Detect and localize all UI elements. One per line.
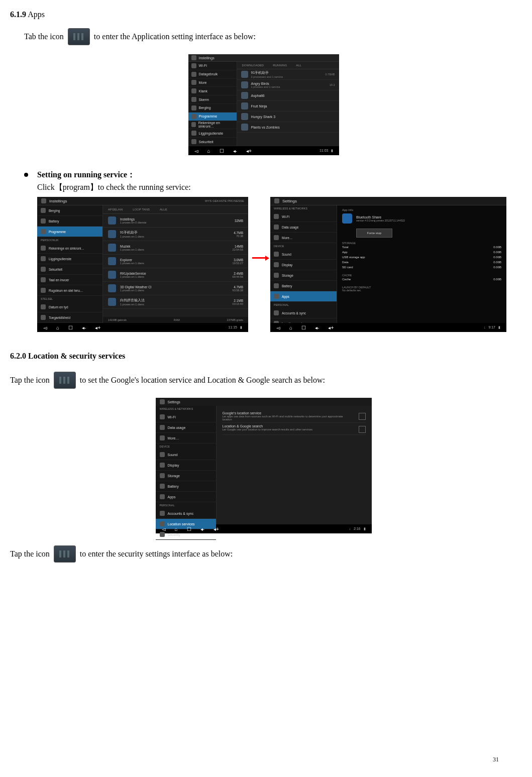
post-text: to enter the Application setting interfa…	[94, 31, 256, 42]
line-security-icon: Tap the icon to enter the security setti…	[10, 545, 517, 563]
sidebar-item[interactable]: Apps	[270, 291, 337, 302]
vol-down-icon[interactable]: ◂-	[233, 148, 237, 154]
option-row[interactable]: Google's location serviceLet apps use da…	[223, 410, 366, 423]
wifi-icon: ▮	[331, 149, 333, 153]
sidebar-item[interactable]: Display	[270, 260, 337, 270]
app-row[interactable]: RKUpdateService1 proses en 1 diens2.4MB6…	[103, 268, 248, 282]
dl-icon: ↓	[484, 325, 486, 329]
sidebar-item[interactable]: Liggingsdienste	[37, 254, 102, 264]
sidebar-item[interactable]: Accounts & sync	[270, 308, 337, 318]
heading-620-text: Location & security services	[28, 352, 125, 360]
recents-icon[interactable]: ☐	[301, 325, 306, 330]
sidebar-item[interactable]: Datagebruik	[188, 70, 237, 79]
sidebar-item[interactable]: Battery	[156, 481, 216, 492]
figure-location-services: Settings WIRELESS & NETWORKSWi-FiData us…	[10, 398, 517, 533]
sidebar-item[interactable]: Rekeninge en sinkroni…	[37, 243, 102, 254]
screenshot-c: Settings WIRELESS & NETWORKSWi-FiData us…	[156, 398, 372, 533]
sidebar-item[interactable]: Liggingsdienste	[188, 129, 237, 138]
vol-up-icon[interactable]: ◂+	[246, 148, 252, 154]
app-row[interactable]: Asphalt6	[237, 90, 339, 101]
vol-down-icon[interactable]: ◂-	[200, 526, 204, 532]
sidebar-item[interactable]: Data usage	[156, 422, 216, 433]
sidebar-item[interactable]: Berging	[188, 104, 237, 113]
recents-icon[interactable]: ☐	[220, 148, 224, 154]
force-stop-button[interactable]: Force stop	[356, 229, 392, 238]
sidebar-item[interactable]: Accounts & sync	[156, 508, 216, 519]
sidebar-item[interactable]: Rekeninge en sinkroni…	[188, 121, 237, 130]
recents-icon[interactable]: ☐	[187, 526, 191, 532]
vol-down-icon[interactable]: ◂-	[82, 325, 86, 330]
home-icon[interactable]: ⌂	[207, 148, 210, 154]
tab[interactable]: DOWNLOADED	[242, 64, 264, 67]
app-row[interactable]: Explorer1 proses en 1 diens3.0MB19:53:27	[103, 255, 248, 268]
sidebar-item[interactable]: Sekuriteit	[188, 138, 237, 146]
tab[interactable]: RUNNING	[273, 64, 287, 67]
checkbox[interactable]	[359, 426, 366, 433]
sidebar-item[interactable]: Programme	[37, 227, 102, 237]
location-inline-icon	[54, 372, 76, 389]
back-icon[interactable]: ◅	[276, 325, 280, 330]
sidebar-item[interactable]: Datum en tyd	[37, 302, 102, 312]
app-row[interactable]: 白鸽拼音输入法1 proses en 1 diens2.1MB03:15:40	[103, 295, 248, 309]
app-row[interactable]: 91手机助手1 proses en 1 diens4.7MB70:38	[103, 228, 248, 241]
pre-text: Tap the icon	[10, 548, 50, 560]
back-icon[interactable]: ◅	[194, 148, 198, 154]
tab[interactable]: AFGELAAI	[108, 208, 123, 211]
home-icon[interactable]: ⌂	[56, 325, 59, 330]
sidebar-item[interactable]: Taal en invoer	[37, 275, 102, 285]
sidebar-item[interactable]: Display	[156, 460, 216, 471]
sidebar-item[interactable]: Sound	[156, 450, 216, 460]
app-row[interactable]: Hungry Shark 3	[237, 112, 339, 122]
sidebar-item[interactable]: Storage	[270, 270, 337, 281]
vol-up-icon[interactable]: ◂+	[95, 325, 100, 330]
recents-icon[interactable]: ☐	[68, 325, 73, 330]
sidebar-item[interactable]: Berging	[37, 205, 102, 216]
vol-up-icon[interactable]: ◂+	[328, 325, 334, 330]
sidebar-item[interactable]: Apps	[156, 492, 216, 502]
tab[interactable]: ALL	[296, 64, 301, 67]
gear-icon	[274, 198, 279, 203]
sidebar-item[interactable]: Storage	[156, 471, 216, 481]
sidebar-item[interactable]: Battery	[37, 216, 102, 227]
sidebar-item[interactable]: More…	[270, 233, 337, 243]
apps-inline-icon	[68, 28, 90, 45]
sidebar-item[interactable]: Toeganklikheid	[37, 312, 102, 323]
sidebar-item[interactable]: Rugsteun en stel teru…	[37, 285, 102, 296]
app-row[interactable]: Instellings1 proses en 0 dienste32MB	[103, 214, 248, 228]
home-icon[interactable]: ⌂	[175, 526, 178, 532]
vol-down-icon[interactable]: ◂-	[315, 325, 319, 330]
back-icon[interactable]: ◅	[43, 325, 47, 330]
tab[interactable]: ALLE	[160, 208, 167, 211]
option-row[interactable]: Location & Google searchLet Google use y…	[223, 423, 366, 435]
sidebar-item[interactable]: Location services	[270, 318, 337, 323]
sidebar-item[interactable]: Sound	[270, 249, 337, 260]
tab[interactable]: LOOP TANS	[133, 208, 150, 211]
sidebar-item[interactable]: Klank	[188, 87, 237, 95]
sidebar-item[interactable]: More	[188, 79, 237, 87]
sidebar-item[interactable]: Skerm	[188, 95, 237, 104]
sidebar-item[interactable]: Programme	[188, 113, 237, 121]
sidebar-item[interactable]: Battery	[270, 281, 337, 291]
home-icon[interactable]: ⌂	[289, 325, 292, 330]
app-row[interactable]: Fruit Ninja	[237, 101, 339, 112]
app-row[interactable]: Plants vs Zombies	[237, 122, 339, 133]
sidebar-item[interactable]: Sekuriteit	[37, 264, 102, 275]
checkbox[interactable]	[359, 413, 366, 420]
figure-running-service: Instellings WYS GEKASTE PROSESSE Berging…	[37, 197, 517, 331]
vol-up-icon[interactable]: ◂+	[214, 526, 219, 532]
figure-application-settings: Instellings Wi-FiDatagebruikMoreKlankSke…	[10, 54, 517, 155]
sidebar-item[interactable]: Wi-Fi	[188, 62, 237, 70]
line-tab-icon: Tab the icon to enter the Application se…	[24, 28, 517, 45]
pre-text: Tab the icon	[24, 31, 64, 42]
wifi-icon: ▮	[240, 325, 242, 329]
post-text: to set the Google's location service and…	[80, 375, 325, 386]
sidebar-item[interactable]: Wi-Fi	[156, 412, 216, 422]
sidebar-item[interactable]: Data usage	[270, 222, 337, 233]
app-row[interactable]: 3D Digital Weather Cl1 proses en 1 diens…	[103, 282, 248, 295]
sidebar-item[interactable]: Wi-Fi	[270, 211, 337, 222]
sidebar-item[interactable]: More…	[156, 433, 216, 443]
app-row[interactable]: Muziek1 proses en 1 diens14MB22:54:55	[103, 241, 248, 255]
app-row[interactable]: Angry Birds1 process and 1 service19.2	[237, 80, 339, 90]
back-icon[interactable]: ◅	[162, 526, 166, 532]
app-row[interactable]: 91手机助手2 processes and 1 service0.78MB	[237, 69, 339, 80]
